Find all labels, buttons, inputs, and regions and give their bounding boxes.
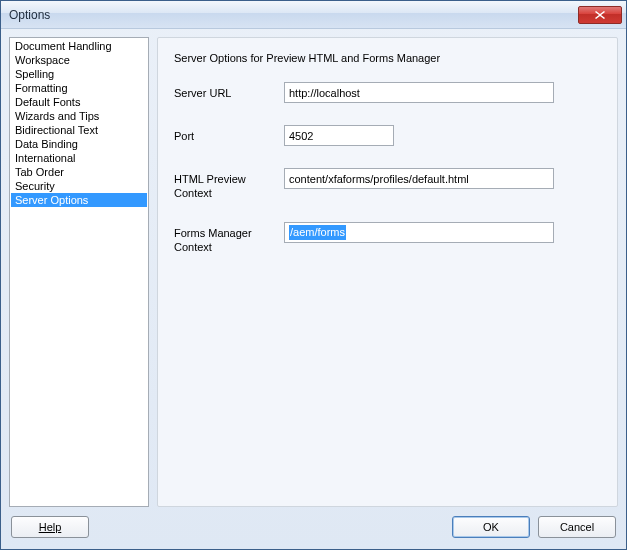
row-forms-manager-context: Forms Manager Context /aem/forms xyxy=(174,222,601,254)
row-port: Port xyxy=(174,125,601,146)
input-port[interactable] xyxy=(284,125,394,146)
input-server-url[interactable] xyxy=(284,82,554,103)
category-data-binding[interactable]: Data Binding xyxy=(11,137,147,151)
category-document-handling[interactable]: Document Handling xyxy=(11,39,147,53)
help-button[interactable]: Help xyxy=(11,516,89,538)
cancel-button[interactable]: Cancel xyxy=(538,516,616,538)
main-row: Document Handling Workspace Spelling For… xyxy=(9,37,618,507)
category-security[interactable]: Security xyxy=(11,179,147,193)
label-forms-manager-context: Forms Manager Context xyxy=(174,222,284,254)
options-dialog: Options Document Handling Workspace Spel… xyxy=(0,0,627,550)
category-list[interactable]: Document Handling Workspace Spelling For… xyxy=(9,37,149,507)
row-server-url: Server URL xyxy=(174,82,601,103)
category-default-fonts[interactable]: Default Fonts xyxy=(11,95,147,109)
label-server-url: Server URL xyxy=(174,82,284,100)
input-forms-manager-context[interactable]: /aem/forms xyxy=(284,222,554,243)
panel-title: Server Options for Preview HTML and Form… xyxy=(174,52,601,64)
category-workspace[interactable]: Workspace xyxy=(11,53,147,67)
category-spelling[interactable]: Spelling xyxy=(11,67,147,81)
row-html-preview-context: HTML Preview Context xyxy=(174,168,601,200)
category-server-options[interactable]: Server Options xyxy=(11,193,147,207)
window-title: Options xyxy=(9,8,578,22)
close-button[interactable] xyxy=(578,6,622,24)
close-icon xyxy=(595,11,605,19)
input-forms-manager-context-value: /aem/forms xyxy=(289,225,346,240)
label-html-preview-context: HTML Preview Context xyxy=(174,168,284,200)
category-tab-order[interactable]: Tab Order xyxy=(11,165,147,179)
label-port: Port xyxy=(174,125,284,143)
button-row: Help OK Cancel xyxy=(9,507,618,541)
input-html-preview-context[interactable] xyxy=(284,168,554,189)
titlebar: Options xyxy=(1,1,626,29)
category-international[interactable]: International xyxy=(11,151,147,165)
dialog-content: Document Handling Workspace Spelling For… xyxy=(1,29,626,549)
category-bidirectional-text[interactable]: Bidirectional Text xyxy=(11,123,147,137)
ok-button[interactable]: OK xyxy=(452,516,530,538)
settings-panel: Server Options for Preview HTML and Form… xyxy=(157,37,618,507)
category-wizards-and-tips[interactable]: Wizards and Tips xyxy=(11,109,147,123)
category-formatting[interactable]: Formatting xyxy=(11,81,147,95)
